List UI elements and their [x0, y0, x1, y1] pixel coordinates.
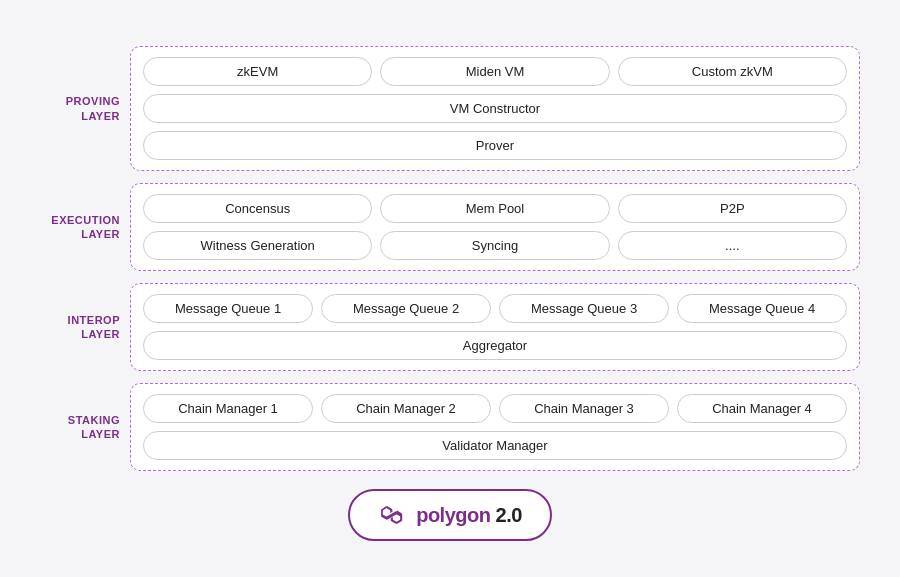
- component-staking-0-0: Chain Manager 1: [143, 394, 313, 423]
- layer-label-interop: INTEROPLAYER: [40, 313, 120, 342]
- logo-area: polygon 2.0: [348, 489, 552, 541]
- diagram-container: PROVINGLAYERzkEVMMiden VMCustom zkVMVM C…: [40, 36, 860, 481]
- component-row-proving-2: Prover: [143, 131, 847, 160]
- component-row-staking-1: Validator Manager: [143, 431, 847, 460]
- component-interop-0-2: Message Queue 3: [499, 294, 669, 323]
- component-interop-0-0: Message Queue 1: [143, 294, 313, 323]
- layer-label-execution: EXECUTIONLAYER: [40, 213, 120, 242]
- component-row-interop-1: Aggregator: [143, 331, 847, 360]
- component-execution-1-0: Witness Generation: [143, 231, 372, 260]
- layer-label-proving: PROVINGLAYER: [40, 94, 120, 123]
- layer-box-execution: ConcensusMem PoolP2PWitness GenerationSy…: [130, 183, 860, 271]
- layer-box-staking: Chain Manager 1Chain Manager 2Chain Mana…: [130, 383, 860, 471]
- component-interop-0-3: Message Queue 4: [677, 294, 847, 323]
- component-staking-1-0: Validator Manager: [143, 431, 847, 460]
- component-row-proving-1: VM Constructor: [143, 94, 847, 123]
- polygon-logo-icon: [378, 501, 406, 529]
- component-proving-0-2: Custom zkVM: [618, 57, 847, 86]
- component-proving-0-0: zkEVM: [143, 57, 372, 86]
- component-row-interop-0: Message Queue 1Message Queue 2Message Qu…: [143, 294, 847, 323]
- layer-row-execution: EXECUTIONLAYERConcensusMem PoolP2PWitnes…: [40, 183, 860, 271]
- layer-box-interop: Message Queue 1Message Queue 2Message Qu…: [130, 283, 860, 371]
- component-execution-1-2: ....: [618, 231, 847, 260]
- logo-pill: polygon 2.0: [348, 489, 552, 541]
- layer-row-interop: INTEROPLAYERMessage Queue 1Message Queue…: [40, 283, 860, 371]
- layer-box-proving: zkEVMMiden VMCustom zkVMVM ConstructorPr…: [130, 46, 860, 171]
- component-staking-0-2: Chain Manager 3: [499, 394, 669, 423]
- layer-row-proving: PROVINGLAYERzkEVMMiden VMCustom zkVMVM C…: [40, 46, 860, 171]
- component-row-staking-0: Chain Manager 1Chain Manager 2Chain Mana…: [143, 394, 847, 423]
- component-proving-2-0: Prover: [143, 131, 847, 160]
- layer-label-staking: STAKINGLAYER: [40, 413, 120, 442]
- component-execution-0-0: Concensus: [143, 194, 372, 223]
- component-row-proving-0: zkEVMMiden VMCustom zkVM: [143, 57, 847, 86]
- component-execution-0-2: P2P: [618, 194, 847, 223]
- component-interop-1-0: Aggregator: [143, 331, 847, 360]
- component-proving-0-1: Miden VM: [380, 57, 609, 86]
- component-execution-0-1: Mem Pool: [380, 194, 609, 223]
- component-interop-0-1: Message Queue 2: [321, 294, 491, 323]
- component-proving-1-0: VM Constructor: [143, 94, 847, 123]
- layer-row-staking: STAKINGLAYERChain Manager 1Chain Manager…: [40, 383, 860, 471]
- component-execution-1-1: Syncing: [380, 231, 609, 260]
- logo-text: polygon 2.0: [416, 504, 522, 527]
- component-row-execution-0: ConcensusMem PoolP2P: [143, 194, 847, 223]
- component-staking-0-3: Chain Manager 4: [677, 394, 847, 423]
- component-row-execution-1: Witness GenerationSyncing....: [143, 231, 847, 260]
- component-staking-0-1: Chain Manager 2: [321, 394, 491, 423]
